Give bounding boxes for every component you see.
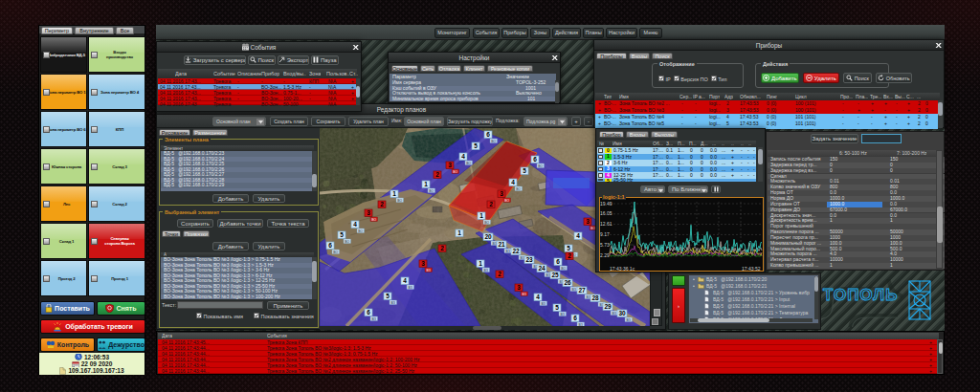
svg-text:16.05: 16.05: [600, 210, 612, 216]
svg-text:ВЗ: ВЗ: [627, 318, 631, 322]
svg-text:23: 23: [525, 256, 533, 263]
svg-text:ВЗ: ВЗ: [587, 295, 590, 299]
svg-text:2: 2: [489, 201, 493, 207]
svg-text:2: 2: [440, 245, 444, 251]
svg-text:ВО: ВО: [561, 267, 566, 271]
svg-text:4: 4: [536, 294, 540, 300]
svg-text:ВЗ: ВЗ: [372, 317, 376, 321]
svg-text:1: 1: [392, 190, 396, 197]
svg-text:5: 5: [523, 167, 526, 174]
svg-text:2: 2: [435, 171, 439, 178]
svg-text:17:43:52: 17:43:52: [742, 266, 761, 272]
svg-text:4: 4: [403, 277, 407, 284]
svg-text:6: 6: [556, 258, 560, 265]
svg-text:5: 5: [474, 142, 478, 149]
svg-text:3: 3: [500, 190, 503, 197]
svg-text:4: 4: [353, 221, 357, 228]
svg-text:ВО: ВО: [333, 250, 338, 254]
svg-text:20: 20: [484, 233, 492, 240]
svg-text:4: 4: [511, 179, 515, 185]
svg-text:21: 21: [498, 241, 505, 248]
svg-text:ВЗ: ВЗ: [561, 313, 565, 316]
svg-text:5: 5: [567, 245, 570, 251]
svg-text:ВО: ВО: [429, 189, 434, 193]
svg-text:27: 27: [578, 287, 586, 294]
svg-text:1: 1: [424, 181, 428, 187]
svg-text:ВО: ВО: [466, 162, 471, 165]
svg-text:1: 1: [479, 260, 482, 267]
svg-text:4: 4: [576, 232, 580, 239]
svg-text:3: 3: [586, 218, 590, 225]
svg-text:ВО: ВО: [484, 221, 489, 225]
svg-text:9.17: 9.17: [600, 231, 610, 237]
svg-text:2: 2: [568, 252, 571, 259]
svg-text:ВО: ВО: [453, 170, 457, 174]
svg-text:29: 29: [604, 303, 612, 310]
svg-text:ВЗ: ВЗ: [542, 302, 546, 306]
svg-text:30: 30: [618, 310, 626, 316]
svg-text:ВЗ: ВЗ: [523, 293, 526, 296]
svg-text:ВЗ: ВЗ: [612, 312, 616, 316]
svg-text:3: 3: [421, 260, 425, 267]
svg-text:ВО: ВО: [397, 199, 402, 203]
svg-text:ВО: ВО: [516, 187, 521, 191]
svg-text:3: 3: [448, 162, 452, 168]
svg-text:ВЗ: ВЗ: [409, 286, 412, 290]
svg-text:2: 2: [498, 271, 501, 277]
svg-text:6: 6: [573, 315, 577, 321]
svg-text:1: 1: [457, 229, 461, 236]
svg-text:12.61: 12.61: [600, 221, 612, 227]
svg-text:26: 26: [564, 279, 571, 286]
svg-text:ВЗ: ВЗ: [427, 269, 431, 272]
svg-text:ТОПОЛЬ: ТОПОЛЬ: [823, 286, 898, 304]
svg-text:6: 6: [328, 242, 332, 249]
svg-text:ВЗ: ВЗ: [572, 288, 576, 292]
svg-text:ВЗ: ВЗ: [391, 301, 395, 305]
svg-text:ВЗ: ВЗ: [493, 242, 497, 246]
svg-text:ВО: ВО: [345, 240, 349, 244]
svg-text:19.49: 19.49: [600, 201, 612, 207]
svg-text:ВЗ: ВЗ: [546, 273, 550, 277]
svg-text:3: 3: [517, 284, 521, 291]
svg-text:5: 5: [555, 304, 559, 311]
svg-text:6: 6: [486, 131, 490, 138]
svg-text:ВЗ: ВЗ: [521, 256, 524, 260]
svg-text:1: 1: [479, 212, 483, 219]
svg-text:ВО: ВО: [491, 140, 496, 143]
svg-text:ВЗ: ВЗ: [484, 269, 488, 272]
svg-text:2.29: 2.29: [600, 252, 610, 258]
svg-text:6: 6: [533, 156, 537, 163]
svg-text:6: 6: [367, 309, 370, 316]
svg-text:5: 5: [340, 231, 344, 238]
svg-text:2: 2: [380, 201, 384, 207]
svg-text:4: 4: [461, 153, 465, 160]
svg-text:ВЗ: ВЗ: [506, 250, 510, 253]
svg-text:ВО: ВО: [538, 164, 543, 168]
svg-text:5: 5: [386, 293, 390, 299]
svg-text:ВО: ВО: [371, 218, 376, 222]
svg-text:25: 25: [551, 272, 559, 278]
svg-text:ВО: ВО: [504, 199, 509, 203]
svg-text:22: 22: [512, 248, 520, 254]
svg-text:28: 28: [591, 294, 599, 301]
svg-text:ВО: ВО: [358, 229, 363, 233]
svg-text:5.73: 5.73: [600, 242, 610, 248]
svg-text:24: 24: [538, 265, 546, 272]
svg-text:3: 3: [367, 209, 370, 216]
svg-text:17:43:36 1с: 17:43:36 1с: [610, 266, 635, 272]
